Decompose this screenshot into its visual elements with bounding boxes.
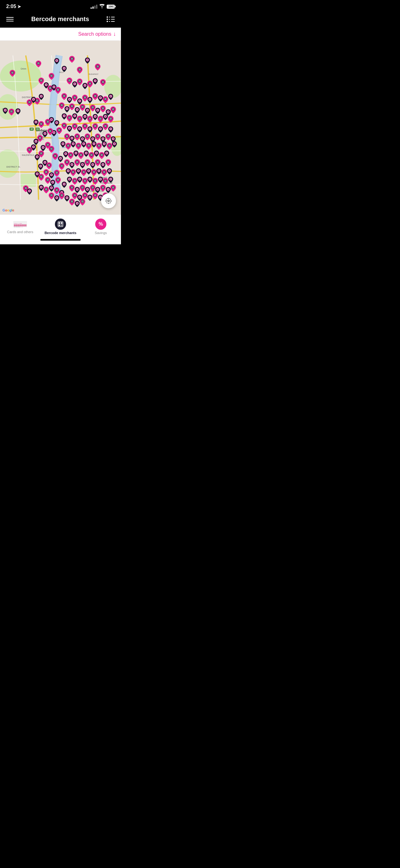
svg-point-603: [106, 198, 111, 204]
svg-text:DIST: DIST: [99, 172, 104, 174]
svg-rect-610: [16, 224, 16, 226]
svg-text:Ors.Mus.: Ors.Mus.: [37, 138, 45, 140]
svg-text:SERVILEX oo OOOMMY: SERVILEX oo OOOMMY: [14, 223, 22, 224]
svg-rect-608: [15, 224, 15, 226]
home-indicator: [0, 237, 121, 244]
svg-text:BUDAPEST: BUDAPEST: [89, 73, 99, 75]
search-options-label[interactable]: Search options: [78, 31, 111, 37]
map-svg: DISTRICT III. ICT II DIST XIV DIST KALEN…: [0, 41, 121, 215]
bercode-icon: [55, 219, 66, 230]
home-bar: [40, 239, 80, 241]
svg-text:PEST: PEST: [59, 71, 64, 73]
svg-text:DISTRICT III.: DISTRICT III.: [22, 96, 36, 99]
svg-text:10: 10: [30, 128, 33, 130]
svg-rect-616: [19, 224, 19, 226]
hamburger-menu-button[interactable]: [6, 17, 14, 22]
svg-text:ÚJPEST: ÚJPEST: [93, 96, 100, 98]
svg-rect-624: [22, 224, 23, 226]
bottom-nav: SERVILEX oo OOOMMY: [0, 215, 121, 237]
svg-rect-620: [21, 224, 21, 226]
status-icons: 100: [91, 4, 115, 9]
svg-rect-628: [24, 224, 25, 226]
svg-rect-626: [23, 224, 24, 226]
svg-rect-612: [17, 224, 17, 226]
location-icon: ➤: [18, 4, 21, 9]
svg-text:PESTERZSE: PESTERZSE: [100, 182, 113, 184]
svg-rect-639: [61, 224, 61, 225]
svg-rect-630: [25, 224, 26, 226]
svg-rect-632: [26, 224, 26, 226]
google-logo: Google: [2, 208, 14, 212]
savings-icon: %: [95, 219, 106, 230]
svg-text:Danube: Danube: [62, 146, 70, 149]
status-time: 2:05: [6, 4, 16, 9]
svg-text:KALENFÖLD: KALENFÖLD: [22, 154, 34, 156]
svg-rect-614: [18, 224, 18, 226]
search-options-bar[interactable]: Search options ↓: [0, 28, 121, 41]
svg-rect-618: [20, 224, 20, 226]
status-bar: 2:05 ➤ 100: [0, 0, 121, 12]
svg-text:DISTRICT XXI.: DISTRICT XXI.: [90, 190, 104, 192]
nav-label-merchants: Bercode merchants: [45, 231, 76, 235]
svg-text:DISTRICT XI.: DISTRICT XI.: [6, 165, 21, 168]
battery-icon: 100: [107, 5, 115, 9]
svg-rect-637: [61, 222, 62, 224]
svg-text:11: 11: [36, 128, 39, 130]
svg-text:0000 00000 0000: 0000 00000 0000: [14, 227, 20, 227]
wifi-icon: [99, 4, 105, 9]
svg-rect-606: [14, 224, 14, 226]
svg-rect-642: [62, 225, 62, 226]
signal-icon: [91, 5, 97, 9]
nav-item-merchants[interactable]: Bercode merchants: [40, 219, 80, 235]
svg-text:DISTRICT IX.: DISTRICT IX.: [80, 161, 94, 164]
svg-rect-640: [62, 224, 62, 225]
barcode-icon: SERVILEX oo OOOMMY: [13, 219, 28, 229]
nav-item-cards[interactable]: SERVILEX oo OOOMMY: [0, 219, 40, 234]
list-view-button[interactable]: [107, 17, 115, 22]
svg-rect-636: [59, 222, 60, 224]
svg-text:ICT II: ICT II: [2, 108, 6, 110]
nav-item-savings[interactable]: % Savings: [80, 219, 121, 235]
header: Bercode merchants: [0, 12, 121, 28]
svg-text:Üröm: Üröm: [21, 67, 26, 70]
svg-point-602: [108, 200, 109, 202]
svg-text:DIST: DIST: [76, 108, 80, 111]
page-title: Bercode merchants: [31, 16, 89, 23]
svg-rect-638: [59, 224, 60, 226]
svg-text:🏛: 🏛: [41, 134, 43, 137]
my-location-button[interactable]: [101, 193, 116, 208]
search-options-arrow-icon: ↓: [113, 31, 116, 37]
svg-text:Kispest: Kispest: [100, 176, 107, 179]
svg-point-1: [0, 61, 41, 92]
nav-label-cards: Cards and others: [7, 230, 33, 234]
svg-text:DIST: DIST: [103, 141, 108, 144]
svg-text:XIV: XIV: [100, 116, 104, 118]
map[interactable]: DISTRICT III. ICT II DIST XIV DIST KALEN…: [0, 41, 121, 215]
nav-label-savings: Savings: [95, 231, 107, 235]
svg-rect-641: [61, 225, 61, 226]
